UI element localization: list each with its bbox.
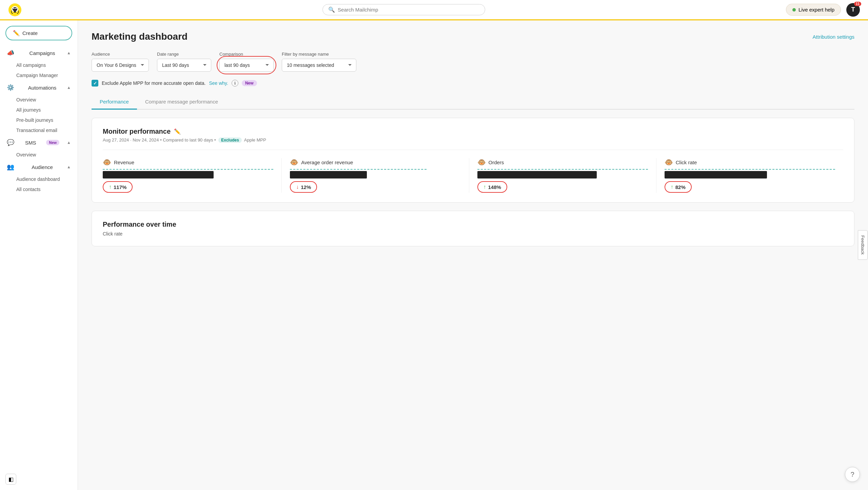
sms-chevron: ▲	[67, 140, 71, 145]
click-rate-bar-solid	[665, 171, 767, 178]
live-indicator	[792, 8, 796, 12]
sidebar-item-campaigns[interactable]: 📣 Campaigns ▲	[0, 46, 78, 60]
help-button[interactable]: ?	[845, 467, 860, 482]
performance-over-time-card: Performance over time Click rate	[92, 211, 854, 246]
filters-row: Audience On Your 6 Designs Date range La…	[92, 52, 854, 72]
sidebar: ✏️ Create 📣 Campaigns ▲ All campaigns Ca…	[0, 20, 78, 490]
new-badge-inline: New	[242, 80, 257, 86]
sidebar-item-overview[interactable]: Overview	[0, 95, 78, 105]
monitor-performance-card: Monitor performance ✏️ Aug 27, 2024 · No…	[92, 118, 854, 203]
metric-click-rate-header: 🐵 Click rate	[665, 158, 697, 166]
see-why-link[interactable]: See why.	[209, 80, 228, 86]
click-rate-change[interactable]: ↑ 82%	[665, 181, 692, 193]
orders-arrow-up: ↑	[484, 184, 486, 190]
date-range-filter-group: Date range Last 90 days	[157, 52, 211, 72]
logo[interactable]	[8, 3, 22, 17]
sidebar-item-sms[interactable]: 💬 SMS New ▲	[0, 135, 78, 150]
search-bar[interactable]: 🔍	[322, 4, 485, 15]
revenue-arrow-up: ↑	[109, 184, 112, 190]
revenue-label: Revenue	[114, 159, 134, 165]
orders-change[interactable]: ↑ 148%	[477, 181, 507, 193]
tab-compare[interactable]: Compare message performance	[137, 95, 226, 110]
collapse-sidebar-button[interactable]: ◧	[5, 474, 16, 485]
date-range-select[interactable]: Last 90 days	[157, 59, 211, 72]
layout: ✏️ Create 📣 Campaigns ▲ All campaigns Ca…	[0, 20, 868, 490]
comparison-select-wrap: last 90 days	[219, 59, 274, 72]
info-icon[interactable]: ℹ	[232, 80, 238, 87]
notification-badge: 11	[854, 2, 861, 6]
orders-bar-solid	[477, 171, 597, 178]
sidebar-item-all-campaigns[interactable]: All campaigns	[0, 60, 78, 70]
metric-orders-header: 🐵 Orders	[477, 158, 504, 166]
live-expert-label: Live expert help	[798, 7, 834, 13]
revenue-icon: 🐵	[103, 158, 111, 166]
card-divider	[103, 150, 843, 150]
avg-order-label: Average order revenue	[301, 159, 353, 165]
sidebar-item-audience-dashboard[interactable]: Audience dashboard	[0, 174, 78, 184]
topbar: 🔍 Live expert help T 11	[0, 0, 868, 20]
click-rate-arrow-up: ↑	[671, 184, 673, 190]
attribution-settings-link[interactable]: Attribution settings	[813, 34, 854, 40]
sidebar-item-prebuilt-journeys[interactable]: Pre-built journeys	[0, 115, 78, 125]
metric-click-rate: 🐵 Click rate ↑ 82%	[656, 158, 843, 193]
revenue-change[interactable]: ↑ 117%	[103, 181, 133, 193]
message-filter-select[interactable]: 10 messages selected	[282, 59, 356, 72]
edit-icon[interactable]: ✏️	[174, 128, 181, 135]
revenue-change-value: 117%	[114, 184, 126, 190]
main-content: Marketing dashboard Attribution settings…	[78, 20, 868, 490]
avg-order-change[interactable]: ↓ 12%	[290, 181, 317, 193]
comparison-filter-label: Comparison	[219, 52, 274, 57]
feedback-tab[interactable]: Feedback	[858, 230, 868, 260]
feedback-label: Feedback	[860, 235, 865, 255]
audience-icon: 👥	[7, 163, 14, 171]
perf-over-time-title: Performance over time	[103, 221, 176, 228]
page-header: Marketing dashboard Attribution settings	[92, 31, 854, 42]
svg-point-4	[15, 8, 17, 9]
sidebar-item-transactional-email[interactable]: Transactional email	[0, 125, 78, 135]
sidebar-bottom: ◧	[5, 474, 16, 485]
avg-order-icon: 🐵	[290, 158, 298, 166]
orders-change-value: 148%	[488, 184, 501, 190]
sidebar-item-sms-overview[interactable]: Overview	[0, 150, 78, 160]
svg-point-2	[13, 7, 17, 11]
metrics-row: 🐵 Revenue ↑ 117% 🐵	[103, 158, 843, 193]
orders-bar-dashed	[477, 169, 648, 170]
exclude-mpp-label: Exclude Apple MPP for more accurate open…	[102, 80, 205, 86]
metric-avg-order: 🐵 Average order revenue ↓ 12%	[282, 158, 469, 193]
orders-bar-area	[477, 169, 648, 178]
avatar-button[interactable]: T 11	[846, 3, 860, 17]
apple-mpp-label: Apple MPP	[244, 137, 266, 143]
live-expert-button[interactable]: Live expert help	[786, 4, 841, 16]
audience-select[interactable]: On Your 6 Designs	[92, 59, 149, 72]
metric-revenue: 🐵 Revenue ↑ 117%	[103, 158, 282, 193]
create-button[interactable]: ✏️ Create	[5, 26, 72, 40]
exclude-mpp-checkbox[interactable]	[92, 80, 98, 87]
exclude-row: Exclude Apple MPP for more accurate open…	[92, 80, 854, 87]
automations-label: Automations	[28, 85, 56, 91]
search-input[interactable]	[338, 7, 479, 13]
audience-filter-label: Audience	[92, 52, 149, 57]
card-subtitle-dates: Aug 27, 2024 · Nov 24, 2024 • Compared t…	[103, 137, 216, 143]
sidebar-item-all-contacts[interactable]: All contacts	[0, 184, 78, 194]
help-icon: ?	[850, 471, 854, 478]
date-range-filter-label: Date range	[157, 52, 211, 57]
sidebar-item-all-journeys[interactable]: All journeys	[0, 105, 78, 115]
avg-order-bar-dashed	[290, 169, 427, 170]
comparison-select[interactable]: last 90 days	[219, 59, 274, 72]
sidebar-item-audience[interactable]: 👥 Audience ▲	[0, 160, 78, 174]
automations-chevron: ▲	[67, 85, 71, 90]
sidebar-item-automations[interactable]: ⚙️ Automations ▲	[0, 80, 78, 95]
avg-order-arrow-down: ↓	[296, 184, 299, 190]
orders-label: Orders	[489, 159, 504, 165]
topbar-right: Live expert help T 11	[786, 3, 860, 17]
excludes-badge: Excludes	[218, 137, 242, 143]
create-label: Create	[22, 30, 38, 36]
perf-over-time-title-row: Performance over time	[103, 221, 843, 228]
tab-performance[interactable]: Performance	[92, 95, 137, 110]
sidebar-item-campaign-manager[interactable]: Campaign Manager	[0, 70, 78, 80]
metric-orders: 🐵 Orders ↑ 148%	[469, 158, 656, 193]
sms-icon: 💬	[7, 139, 14, 146]
click-rate-bar-dashed	[665, 169, 835, 170]
card-subtitle: Aug 27, 2024 · Nov 24, 2024 • Compared t…	[103, 137, 843, 143]
avatar-label: T	[851, 6, 855, 13]
